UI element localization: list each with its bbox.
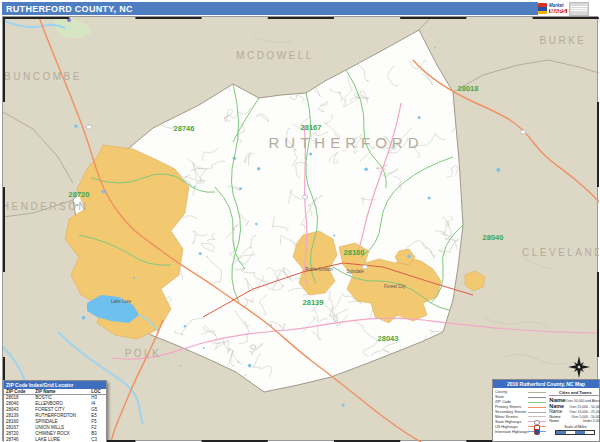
zip-label-28040: 28040 <box>483 233 504 242</box>
zip-index-title: ZIP Code Index/Grid Locator <box>4 381 106 389</box>
legend-cities-column: Cities and Towns NameOver 50,000 and Abo… <box>549 390 600 435</box>
zip-label-28139: 28139 <box>303 298 324 307</box>
interstate-swatch <box>528 431 546 432</box>
city-label-spindale: Spindale <box>346 269 364 274</box>
logo-mark-icon <box>538 3 547 14</box>
zip-line-swatch <box>528 402 546 403</box>
brand-logo: Market MAPS <box>538 1 598 16</box>
county-label-mcdowell: MCDOWELL <box>236 50 314 61</box>
state-highway-swatch <box>528 421 546 422</box>
page: RUTHERFORD COUNTY, NC Market MAPS <box>0 0 600 442</box>
legend-title: 2010 Rutherford County, NC Map <box>493 380 599 388</box>
map: MCDOWELL BURKE BUNCOMBE HENDERSON CLEVEL… <box>2 16 598 441</box>
scale-bar <box>555 430 595 435</box>
county-line-swatch <box>528 392 546 393</box>
county-label-buncombe: BUNCOMBE <box>4 71 82 82</box>
urban-ellenboro <box>465 271 485 291</box>
city-label-rutherfordton: Rutherfordton <box>305 267 333 272</box>
county-label-polk: POLK <box>125 348 162 359</box>
table-row: 28746LAKE LUREC3 <box>4 437 106 442</box>
us-highway-swatch <box>528 426 546 427</box>
legend-item: State Highways <box>495 419 546 424</box>
zip-label-28167: 28167 <box>301 123 322 132</box>
city-label-lake-lure: Lake Lure <box>111 299 132 304</box>
zip-label-28720: 28720 <box>69 190 90 199</box>
secondary-street-swatch <box>528 412 546 413</box>
zip-index-header-row: ZIP Code ZIP Name LOC <box>4 389 106 395</box>
logo-edition-badge <box>569 2 589 16</box>
zip-label-28018: 28018 <box>458 84 479 93</box>
zip-index-table: ZIP Code Index/Grid Locator ZIP Code ZIP… <box>3 380 107 442</box>
minor-street-swatch <box>528 416 546 417</box>
county-label-rutherford: RUTHERFORD <box>269 134 424 151</box>
county-label-burke: BURKE <box>540 35 587 46</box>
primary-street-swatch <box>528 407 546 408</box>
county-label-cleveland: CLEVELAND <box>522 247 599 258</box>
park-area <box>53 17 91 38</box>
city-label-forest-city: Forest City <box>384 284 407 289</box>
title-bar: RUTHERFORD COUNTY, NC <box>2 2 538 15</box>
map-legend: 2010 Rutherford County, NC Map County St… <box>492 379 600 442</box>
scale-of-miles: Scale of Miles <box>549 425 600 435</box>
cities-and-towns-header: Cities and Towns <box>549 390 600 396</box>
page-title: RUTHERFORD COUNTY, NC <box>2 4 133 14</box>
zip-label-28043: 28043 <box>378 334 399 343</box>
city-size-row: NameUnder 5,000 <box>549 419 600 423</box>
legend-item: Interstate Highways <box>495 429 546 434</box>
county-label-henderson: HENDERSON <box>3 201 88 212</box>
logo-word-2: MAPS <box>549 9 567 14</box>
state-line-swatch <box>528 397 546 398</box>
compass-rose-icon <box>568 356 590 378</box>
zip-label-28160: 28160 <box>344 248 365 257</box>
legend-line-items: County State ZIP Code Primary Streets Se… <box>495 390 546 435</box>
zip-label-28746: 28746 <box>174 124 195 133</box>
